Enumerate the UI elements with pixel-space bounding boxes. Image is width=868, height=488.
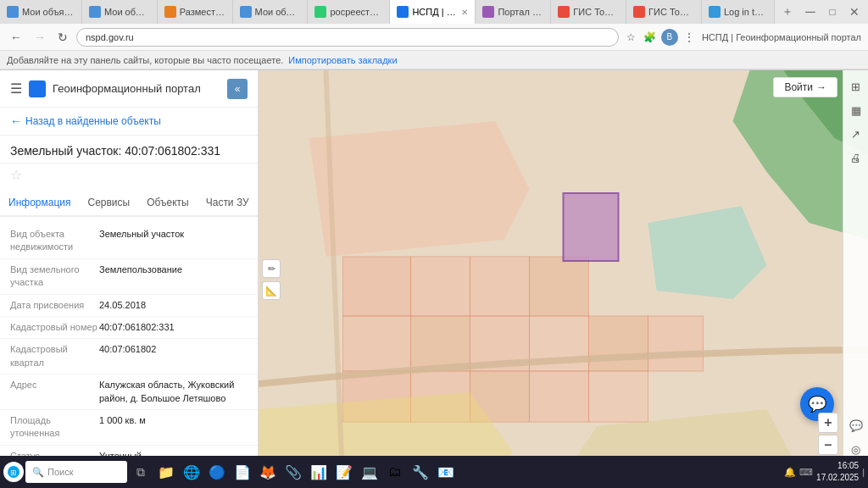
taskbar-notifications[interactable]: 🔔 (784, 467, 796, 478)
taskbar-search-box[interactable]: 🔍 Поиск (25, 461, 127, 483)
draw-tool-button[interactable]: ✏ (262, 259, 281, 278)
bookmark-import-link[interactable]: Импортировать закладки (288, 55, 397, 65)
taskbar-app4[interactable]: 📝 (332, 460, 356, 484)
tab-3[interactable]: Мои объявления (233, 0, 309, 24)
svg-rect-5 (411, 257, 470, 316)
tab-parts[interactable]: Части ЗУ (198, 190, 258, 217)
info-value-4: 40:07:061802 (99, 343, 248, 369)
reload-button[interactable]: ↻ (54, 29, 71, 46)
svg-rect-4 (343, 257, 411, 316)
svg-rect-9 (411, 316, 470, 371)
back-button[interactable]: ← (7, 29, 25, 46)
taskbar-edge[interactable]: 🌐 (180, 460, 203, 484)
right-toolbar: ⊞ ▦ ↗ 🖨 💬 ◎ ⬇ (843, 70, 868, 488)
tab-4[interactable]: росреестр публич... (308, 0, 390, 24)
new-tab-button[interactable]: ＋ (775, 0, 800, 24)
close-button[interactable]: ✕ (844, 2, 865, 22)
minimize-button[interactable]: ─ (800, 2, 821, 22)
tab-7[interactable]: ГИС Торги – пр... (551, 0, 626, 24)
extensions-icon[interactable]: 🧩 (643, 30, 658, 45)
clock-date: 17.02.2025 (816, 472, 859, 484)
hamburger-icon[interactable]: ☰ (10, 80, 22, 97)
table-icon[interactable]: ▦ (847, 101, 865, 119)
bookmark-prompt: Добавляйте на эту панель сайты, которые … (7, 55, 283, 65)
tab-6[interactable]: Портал государ... (476, 0, 551, 24)
info-value-5: Калужская область, Жуковский район, д. Б… (99, 379, 248, 405)
favorite-star-icon[interactable]: ☆ (0, 164, 258, 190)
left-toolbar: ✏ 📐 (259, 256, 284, 303)
zoom-out-button[interactable]: – (818, 435, 838, 455)
measure-tool-button[interactable]: 📐 (262, 281, 281, 300)
app-container: ☰ Геоинформационный портал « ← Назад в н… (0, 70, 868, 488)
svg-rect-22 (564, 193, 619, 261)
svg-rect-6 (470, 257, 530, 316)
info-label-6: Площадь уточненная (10, 414, 99, 441)
svg-rect-12 (589, 316, 648, 371)
tab-objects[interactable]: Объекты (138, 190, 198, 217)
zoom-controls: + – (818, 413, 838, 455)
info-content[interactable]: Вид объекта недвижимости Земельный участ… (0, 217, 258, 488)
taskbar-pdf[interactable]: 📄 (231, 460, 254, 484)
login-button[interactable]: Войти → (773, 77, 837, 97)
taskbar-chrome[interactable]: 🔵 (205, 460, 229, 484)
tab-2[interactable]: Разместить объявл... (158, 0, 233, 24)
portal-title: Геоинформационный портал (53, 82, 201, 95)
info-label-4: Кадастровый квартал (10, 343, 99, 369)
print-icon[interactable]: 🖨 (847, 148, 865, 167)
clock-time: 16:05 (837, 460, 859, 472)
tab-bar: Мои объявления Мои объявления Разместить… (0, 0, 868, 24)
info-row: Кадастровый номер 40:07:061802:331 (0, 317, 258, 339)
taskbar-app3[interactable]: 📊 (307, 460, 331, 484)
collapse-panel-button[interactable]: « (227, 79, 248, 99)
zoom-in-button[interactable]: + (818, 413, 838, 433)
layers-icon[interactable]: ⊞ (847, 77, 865, 96)
taskbar-show-desktop[interactable]: | (862, 467, 865, 477)
settings-icon[interactable]: ⋮ (682, 30, 697, 45)
page-title: НСПД | Геоинформационный портал (702, 32, 861, 42)
profile-icon[interactable]: B (661, 29, 678, 46)
taskbar-app1[interactable]: 🦊 (256, 460, 280, 484)
sidebar-header: ☰ Геоинформационный портал « (0, 70, 258, 108)
task-view-button[interactable]: ⧉ (129, 460, 153, 484)
info-label-5: Адрес (10, 379, 99, 405)
tab-information[interactable]: Информация (0, 190, 79, 217)
info-row: Вид объекта недвижимости Земельный участ… (0, 224, 258, 259)
taskbar-app8[interactable]: 📧 (434, 460, 458, 484)
share-icon[interactable]: ↗ (847, 125, 865, 143)
info-label-1: Вид земельного участка (10, 263, 99, 290)
tab-0[interactable]: Мои объявления (0, 0, 82, 24)
taskbar-keyboard[interactable]: ⌨ (799, 467, 813, 478)
back-label: Назад в найденные объекты (25, 115, 161, 127)
taskbar-app6[interactable]: 🗂 (383, 460, 407, 484)
back-to-results-link[interactable]: ← Назад в найденные объекты (0, 108, 258, 136)
taskbar-right: 🔔 ⌨ 16:05 17.02.2025 | (784, 460, 865, 484)
tab-5-active[interactable]: НСПД | Геои...✕ (390, 0, 476, 24)
forward-button[interactable]: → (31, 29, 49, 46)
back-arrow-icon: ← (10, 114, 22, 128)
start-button[interactable]: ⊞ (3, 462, 24, 482)
info-value-6: 1 000 кв. м (99, 414, 248, 441)
taskbar-app2[interactable]: 📎 (281, 460, 305, 484)
chat-bubble-icon: 💬 (808, 395, 826, 413)
map-svg (259, 70, 868, 488)
taskbar-app5[interactable]: 💻 (358, 460, 381, 484)
info-label-3: Кадастровый номер (10, 321, 99, 334)
taskbar-file-explorer[interactable]: 📁 (154, 460, 178, 484)
url-bar[interactable] (76, 28, 619, 47)
maximize-button[interactable]: □ (822, 2, 843, 22)
svg-rect-13 (648, 316, 704, 371)
tab-services[interactable]: Сервисы (79, 190, 138, 217)
svg-rect-7 (530, 257, 589, 316)
tab-8[interactable]: ГИС Торги – пр... (626, 0, 702, 24)
chat-icon[interactable]: 💬 (847, 416, 865, 435)
tab-9[interactable]: Log in to torgi (702, 0, 775, 24)
taskbar-app7[interactable]: 🔧 (409, 460, 432, 484)
info-row: Площадь уточненная 1 000 кв. м (0, 410, 258, 446)
svg-text:⊞: ⊞ (10, 469, 17, 477)
tab-1[interactable]: Мои объявления (82, 0, 158, 24)
search-placeholder: Поиск (47, 467, 73, 477)
info-row: Вид земельного участка Землепользование (0, 259, 258, 295)
nav-bar: ← → ↻ ☆ 🧩 B ⋮ НСПД | Геоинформационный п… (0, 24, 868, 51)
map-container: Войти → ⊞ ▦ ↗ 🖨 💬 ◎ ⬇ 💬 + – Легенда ⇅ (259, 70, 868, 488)
bookmark-icon[interactable]: ☆ (624, 30, 639, 45)
